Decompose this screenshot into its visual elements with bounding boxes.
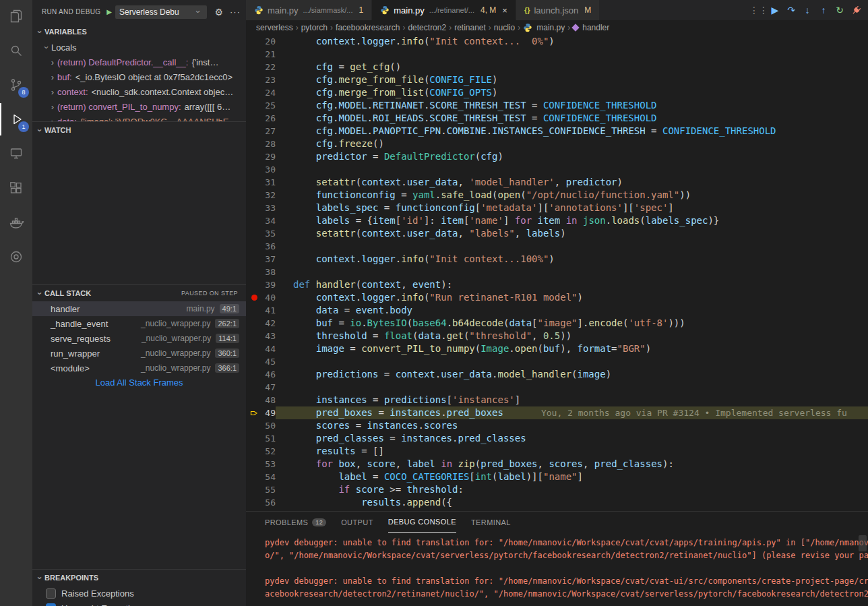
gear-icon[interactable]: ⚙	[214, 7, 223, 18]
activity-source-control[interactable]: 8	[0, 69, 32, 101]
breakpoints-section-header[interactable]: › BREAKPOINTS	[32, 570, 246, 586]
code-line-29[interactable]: 29 predictor = DefaultPredictor(cfg)	[246, 150, 868, 163]
stack-frame[interactable]: handlermain.py49:1	[32, 301, 246, 316]
code-editor[interactable]: 20 context.logger.info("Init context... …	[246, 35, 868, 511]
gutter-glyph[interactable]	[246, 278, 262, 291]
load-all-stack-frames-link[interactable]: Load All Stack Frames	[32, 377, 246, 388]
gutter-glyph[interactable]	[246, 125, 262, 138]
code-line-54[interactable]: 54 label = COCO_CATEGORIES[int(label)]["…	[246, 471, 868, 483]
call-stack-section-header[interactable]: › CALL STACK PAUSED ON STEP	[32, 285, 246, 301]
code-line-53[interactable]: 53 for box, score, label in zip(pred_box…	[246, 458, 868, 471]
gripper-icon[interactable]: ⋮⋮	[751, 2, 767, 18]
checkbox[interactable]: ✓	[46, 603, 56, 606]
code-line-46[interactable]: 46 predictions = context.user_data.model…	[246, 368, 868, 381]
variable-row[interactable]: ›buf:<_io.BytesIO object at 0x7f5a2dc1ec…	[32, 69, 246, 84]
breadcrumb-item[interactable]: main.py	[523, 23, 565, 32]
code-line-27[interactable]: 27 cfg.MODEL.PANOPTIC_FPN.COMBINE.INSTAN…	[246, 125, 868, 138]
activity-explorer[interactable]	[0, 0, 32, 32]
breakpoint-icon[interactable]	[251, 295, 257, 301]
gutter-glyph[interactable]	[246, 458, 262, 471]
code-line-50[interactable]: 50 scores = instances.scores	[246, 419, 868, 432]
step-out-icon[interactable]: ↑	[815, 2, 832, 18]
scrollbar-thumb[interactable]	[859, 535, 867, 551]
panel-tab-debug-console[interactable]: DEBUG CONSOLE	[388, 512, 456, 533]
code-line-56[interactable]: 56 results.append({	[246, 496, 868, 509]
stack-frame[interactable]: <module>_nuclio_wrapper.py366:1	[32, 361, 246, 375]
code-line-45[interactable]: 45	[246, 355, 868, 368]
code-line-32[interactable]: 32 functionconfig = yaml.safe_load(open(…	[246, 189, 868, 202]
more-actions-icon[interactable]: ···	[230, 7, 241, 17]
gutter-glyph[interactable]	[246, 381, 262, 394]
gutter-glyph[interactable]	[246, 483, 262, 496]
step-over-icon[interactable]: ↷	[783, 2, 799, 18]
tab-launch.json[interactable]: {}launch.jsonM	[516, 0, 599, 20]
code-line-24[interactable]: 24 cfg.merge_from_list(CONFIG_OPTS)	[246, 86, 868, 99]
code-line-25[interactable]: 25 cfg.MODEL.RETINANET.SCORE_THRESH_TEST…	[246, 99, 868, 112]
breakpoint-item[interactable]: Raised Exceptions	[32, 586, 246, 601]
gutter-glyph[interactable]	[246, 419, 262, 432]
gutter-glyph[interactable]	[246, 471, 262, 483]
gutter-glyph[interactable]	[246, 406, 262, 419]
breadcrumb-item[interactable]: nuclio	[494, 23, 515, 32]
gutter-glyph[interactable]	[246, 48, 262, 61]
watch-section-header[interactable]: › WATCH	[32, 122, 246, 138]
code-line-20[interactable]: 20 context.logger.info("Init context... …	[246, 35, 868, 48]
gutter-glyph[interactable]	[246, 176, 262, 189]
code-line-30[interactable]: 30	[246, 163, 868, 176]
gutter-glyph[interactable]	[246, 368, 262, 381]
variable-row[interactable]: ›(return) DefaultPredictor.__call__:{'in…	[32, 55, 246, 69]
variables-section-header[interactable]: › VARIABLES	[32, 24, 246, 40]
gutter-glyph[interactable]	[246, 355, 262, 368]
gutter-glyph[interactable]	[246, 202, 262, 214]
stack-frame[interactable]: _handle_event_nuclio_wrapper.py262:1	[32, 316, 246, 331]
start-debugging-icon[interactable]: ▶	[106, 8, 112, 16]
code-line-38[interactable]: 38	[246, 266, 868, 278]
activity-search[interactable]	[0, 34, 32, 67]
gutter-glyph[interactable]	[246, 189, 262, 202]
breadcrumb-item[interactable]: serverless	[256, 23, 293, 32]
gutter-glyph[interactable]	[246, 99, 262, 112]
gutter-glyph[interactable]	[246, 445, 262, 458]
activity-run-and-debug[interactable]: 1	[0, 103, 32, 135]
continue-icon[interactable]: ▶	[767, 2, 783, 18]
code-line-52[interactable]: 52 results = []	[246, 445, 868, 458]
code-line-49[interactable]: 49 pred_boxes = instances.pred_boxesYou,…	[246, 406, 868, 419]
gutter-glyph[interactable]	[246, 394, 262, 406]
panel-tab-terminal[interactable]: TERMINAL	[471, 512, 511, 533]
code-line-51[interactable]: 51 pred_classes = instances.pred_classes	[246, 432, 868, 445]
variable-row[interactable]: ›context:<nuclio_sdk.context.Context obj…	[32, 84, 246, 99]
gutter-glyph[interactable]	[246, 138, 262, 150]
code-line-37[interactable]: 37 context.logger.info("Init context...1…	[246, 253, 868, 266]
gutter-glyph[interactable]	[246, 150, 262, 163]
debug-config-dropdown[interactable]: Serverless Debu ›	[115, 5, 207, 19]
gutter-glyph[interactable]	[246, 253, 262, 266]
gutter-glyph[interactable]	[246, 317, 262, 330]
panel-tab-problems[interactable]: PROBLEMS12	[265, 512, 326, 533]
breakpoint-item[interactable]: ✓Uncaught Exceptions	[32, 601, 246, 606]
code-line-40[interactable]: 40 context.logger.info("Run retinanet-R1…	[246, 291, 868, 304]
code-line-41[interactable]: 41 data = event.body	[246, 304, 868, 317]
breadcrumb-item[interactable]: pytorch	[301, 23, 328, 32]
tab-main.py[interactable]: main.py.../siammask/...1	[246, 0, 371, 20]
activity-extensions[interactable]	[0, 172, 32, 204]
stack-frame[interactable]: run_wrapper_nuclio_wrapper.py360:1	[32, 346, 246, 361]
breadcrumb-item[interactable]: retinanet	[454, 23, 486, 32]
gutter-glyph[interactable]	[246, 73, 262, 86]
step-into-icon[interactable]: ↓	[799, 2, 815, 18]
gutter-glyph[interactable]	[246, 214, 262, 227]
activity-docker[interactable]	[0, 206, 32, 239]
restart-icon[interactable]: ↻	[832, 2, 848, 18]
code-line-31[interactable]: 31 setattr(context.user_data, 'model_han…	[246, 176, 868, 189]
close-icon[interactable]: ×	[502, 5, 507, 16]
code-line-39[interactable]: 39def handler(context, event):	[246, 278, 868, 291]
code-line-22[interactable]: 22 cfg = get_cfg()	[246, 61, 868, 73]
breadcrumb-item[interactable]: detectron2	[408, 23, 446, 32]
code-line-33[interactable]: 33 labels_spec = functionconfig['metadat…	[246, 202, 868, 214]
code-line-35[interactable]: 35 setattr(context.user_data, "labels", …	[246, 227, 868, 240]
gutter-glyph[interactable]	[246, 266, 262, 278]
code-line-48[interactable]: 48 instances = predictions['instances']	[246, 394, 868, 406]
code-line-26[interactable]: 26 cfg.MODEL.ROI_HEADS.SCORE_THRESH_TEST…	[246, 112, 868, 125]
code-line-43[interactable]: 43 threshold = float(data.get("threshold…	[246, 330, 868, 342]
code-line-42[interactable]: 42 buf = io.BytesIO(base64.b64decode(dat…	[246, 317, 868, 330]
code-line-28[interactable]: 28 cfg.freeze()	[246, 138, 868, 150]
